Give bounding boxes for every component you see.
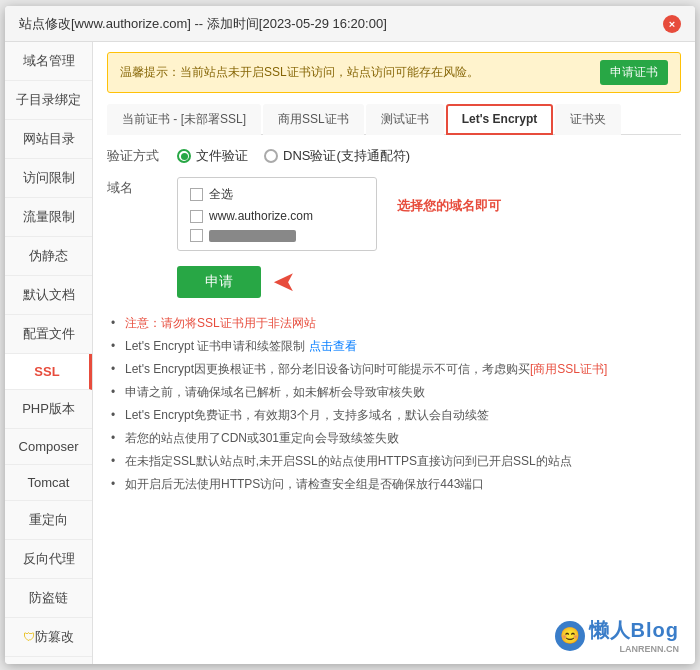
- select-all-checkbox[interactable]: [190, 188, 203, 201]
- select-all-label: 全选: [209, 186, 233, 203]
- domain-checkbox-0[interactable]: [190, 210, 203, 223]
- note-item-0: 注意：请勿将SSL证书用于非法网站: [111, 314, 681, 332]
- submit-area: 申请 ➤: [107, 265, 681, 298]
- sidebar-label-anti-tamper: 防篡改: [35, 628, 74, 646]
- dns-verify-option[interactable]: DNS验证(支持通配符): [264, 147, 410, 165]
- sidebar-label-redirect: 重定向: [29, 511, 68, 529]
- verification-label: 验证方式: [107, 147, 177, 165]
- main-content: 温馨提示：当前站点未开启SSL证书访问，站点访问可能存在风险。 申请证书 当前证…: [93, 42, 695, 664]
- sidebar-label-subdir-bind: 子目录绑定: [16, 91, 81, 109]
- sidebar-label-default-doc: 默认文档: [23, 286, 75, 304]
- verification-options: 文件验证 DNS验证(支持通配符): [177, 147, 410, 165]
- note-item-6: 在未指定SSL默认站点时,未开启SSL的站点使用HTTPS直接访问到已开启SSL…: [111, 452, 681, 470]
- shield-icon: 🛡: [23, 630, 35, 644]
- file-verify-option[interactable]: 文件验证: [177, 147, 248, 165]
- sidebar-item-pseudo-static[interactable]: 伪静态: [5, 237, 92, 276]
- tabs-container: 当前证书 - [未部署SSL]商用SSL证书测试证书Let's Encrypt证…: [107, 103, 681, 135]
- sidebar-label-website-dir: 网站目录: [23, 130, 75, 148]
- submit-button[interactable]: 申请: [177, 266, 261, 298]
- note-item-1: Let's Encrypt 证书申请和续签限制 点击查看: [111, 337, 681, 355]
- warning-text: 温馨提示：当前站点未开启SSL证书访问，站点访问可能存在风险。: [120, 64, 590, 81]
- sidebar-label-tomcat: Tomcat: [28, 475, 70, 490]
- sidebar-item-access-limit[interactable]: 访问限制: [5, 159, 92, 198]
- sidebar-label-php-version: PHP版本: [22, 400, 75, 418]
- sidebar-label-ssl: SSL: [34, 364, 59, 379]
- sidebar-item-config-file[interactable]: 配置文件: [5, 315, 92, 354]
- sidebar-label-domain-mgmt: 域名管理: [23, 52, 75, 70]
- note-link-1[interactable]: 点击查看: [309, 339, 357, 353]
- footer-brand: 😊 懒人Blog LANRENN.CN: [555, 617, 679, 654]
- domain-box: 全选 www.authorize.com ██ ██ ██ ████: [177, 177, 377, 251]
- sidebar: 域名管理子目录绑定网站目录访问限制流量限制伪静态默认文档配置文件SSLPHP版本…: [5, 42, 93, 664]
- modal-title: 站点修改[www.authorize.com] -- 添加时间[2023-05-…: [19, 15, 387, 33]
- note-item-5: 若您的站点使用了CDN或301重定向会导致续签失败: [111, 429, 681, 447]
- dns-verify-radio[interactable]: [264, 149, 278, 163]
- domain-item-1[interactable]: ██ ██ ██ ████: [190, 229, 364, 242]
- sidebar-item-php-version[interactable]: PHP版本: [5, 390, 92, 429]
- domain-hint: 选择您的域名即可: [397, 177, 501, 251]
- tab-commercial-ssl[interactable]: 商用SSL证书: [263, 104, 364, 135]
- sidebar-label-traffic-limit: 流量限制: [23, 208, 75, 226]
- domain-item-0[interactable]: www.authorize.com: [190, 209, 364, 223]
- sidebar-item-website-dir[interactable]: 网站目录: [5, 120, 92, 159]
- verification-row: 验证方式 文件验证 DNS验证(支持通配符): [107, 147, 681, 165]
- note-item-2: Let's Encrypt因更换根证书，部分老旧设备访问时可能提示不可信，考虑购…: [111, 360, 681, 378]
- sidebar-item-tomcat[interactable]: Tomcat: [5, 465, 92, 501]
- notes-list: 注意：请勿将SSL证书用于非法网站Let's Encrypt 证书申请和续签限制…: [107, 314, 681, 498]
- sidebar-label-pseudo-static: 伪静态: [29, 247, 68, 265]
- warning-banner: 温馨提示：当前站点未开启SSL证书访问，站点访问可能存在风险。 申请证书: [107, 52, 681, 93]
- domain-label: 域名: [107, 177, 177, 251]
- note-item-7: 如开启后无法使用HTTPS访问，请检查安全组是否确保放行443端口: [111, 475, 681, 493]
- apply-cert-button[interactable]: 申请证书: [600, 60, 668, 85]
- file-verify-radio[interactable]: [177, 149, 191, 163]
- tab-lets-encrypt[interactable]: Let's Encrypt: [446, 104, 554, 135]
- sidebar-label-reverse-proxy: 反向代理: [23, 550, 75, 568]
- domain-checkbox-1[interactable]: [190, 229, 203, 242]
- domain-name-1: ██ ██ ██ ████: [209, 230, 296, 242]
- tab-test-cert[interactable]: 测试证书: [366, 104, 444, 135]
- sidebar-label-access-limit: 访问限制: [23, 169, 75, 187]
- sidebar-item-composer[interactable]: Composer: [5, 429, 92, 465]
- domain-name-0: www.authorize.com: [209, 209, 313, 223]
- sidebar-item-ssl[interactable]: SSL: [5, 354, 92, 390]
- sidebar-label-anti-leech: 防盗链: [29, 589, 68, 607]
- file-verify-label: 文件验证: [196, 147, 248, 165]
- sidebar-item-subdir-bind[interactable]: 子目录绑定: [5, 81, 92, 120]
- note-item-3: 申请之前，请确保域名已解析，如未解析会导致审核失败: [111, 383, 681, 401]
- sidebar-item-security-scan[interactable]: 🛡安全扫描: [5, 657, 92, 664]
- brand-sub: LANRENN.CN: [589, 644, 679, 654]
- sidebar-item-reverse-proxy[interactable]: 反向代理: [5, 540, 92, 579]
- sidebar-item-anti-tamper[interactable]: 🛡防篡改: [5, 618, 92, 657]
- close-button[interactable]: ×: [663, 15, 681, 33]
- arrow-icon: ➤: [273, 265, 296, 298]
- tab-current-cert[interactable]: 当前证书 - [未部署SSL]: [107, 104, 261, 135]
- brand-logo: 😊: [555, 621, 585, 651]
- dns-verify-label: DNS验证(支持通配符): [283, 147, 410, 165]
- sidebar-item-domain-mgmt[interactable]: 域名管理: [5, 42, 92, 81]
- modal-header: 站点修改[www.authorize.com] -- 添加时间[2023-05-…: [5, 6, 695, 42]
- domain-section: 域名 全选 www.authorize.com ██ ██ ██ ████: [107, 177, 681, 251]
- sidebar-item-anti-leech[interactable]: 防盗链: [5, 579, 92, 618]
- sidebar-item-default-doc[interactable]: 默认文档: [5, 276, 92, 315]
- sidebar-item-traffic-limit[interactable]: 流量限制: [5, 198, 92, 237]
- sidebar-label-config-file: 配置文件: [23, 325, 75, 343]
- brand-name: 懒人Blog: [589, 619, 679, 641]
- note-buy-link-2[interactable]: [商用SSL证书]: [530, 362, 607, 376]
- sidebar-label-composer: Composer: [19, 439, 79, 454]
- sidebar-item-redirect[interactable]: 重定向: [5, 501, 92, 540]
- note-item-4: Let's Encrypt免费证书，有效期3个月，支持多域名，默认会自动续签: [111, 406, 681, 424]
- tab-cert-folder[interactable]: 证书夹: [555, 104, 621, 135]
- select-all-item[interactable]: 全选: [190, 186, 364, 203]
